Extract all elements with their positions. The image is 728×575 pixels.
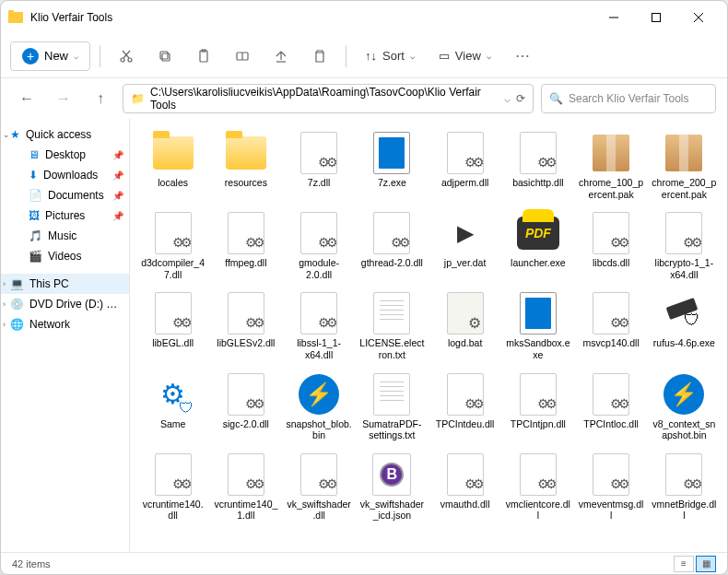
file-item[interactable]: Bvk_swiftshader_icd.json: [357, 448, 428, 526]
file-label: v8_context_snapshot.bin: [652, 418, 717, 441]
sidebar-item-dvd[interactable]: ›💿DVD Drive (D:) CCCC: [1, 294, 129, 314]
new-button[interactable]: + New ⌵: [10, 41, 90, 71]
titlebar[interactable]: Klio Verfair Tools: [1, 1, 727, 34]
file-label: launcher.exe: [511, 257, 566, 269]
file-item[interactable]: gthread-2.0.dll: [357, 206, 428, 285]
delete-button[interactable]: [303, 40, 336, 73]
file-item[interactable]: ⚙Same: [137, 368, 208, 446]
sidebar-item-downloads[interactable]: ⬇Downloads📌: [1, 165, 129, 185]
file-item[interactable]: PDFlauncher.exe: [502, 206, 573, 285]
file-item[interactable]: vmnetBridge.dll: [649, 448, 720, 526]
file-item[interactable]: msvcp140.dll: [576, 287, 647, 365]
file-icon: [587, 131, 635, 175]
chevron-down-icon[interactable]: ⌵: [504, 92, 511, 105]
file-label: locales: [158, 177, 188, 189]
search-icon: 🔍: [549, 92, 563, 105]
file-item[interactable]: basichttp.dll: [502, 126, 573, 205]
file-label: d3dcompiler_47.dll: [140, 257, 205, 280]
rename-button[interactable]: [226, 40, 259, 73]
file-item[interactable]: libssl-1_1-x64.dll: [284, 287, 355, 365]
back-button[interactable]: ←: [12, 84, 41, 113]
file-item[interactable]: rufus-4.6p.exe: [649, 287, 720, 365]
file-icon: [222, 452, 270, 497]
file-item[interactable]: 7z.exe: [357, 126, 428, 205]
file-item[interactable]: vcruntime140.dll: [137, 448, 208, 526]
svg-rect-1: [8, 10, 14, 13]
file-item[interactable]: libcds.dll: [576, 206, 647, 285]
file-icon: B: [368, 452, 416, 497]
path-input[interactable]: 📁 C:\Users\karolisliucveikis\AppData\Roa…: [123, 84, 534, 113]
file-icon: ▶: [441, 211, 489, 255]
cut-button[interactable]: [110, 40, 143, 73]
file-item[interactable]: ffmpeg.dll: [210, 206, 281, 285]
file-item[interactable]: chrome_200_percent.pak: [649, 126, 720, 205]
sidebar-item-videos[interactable]: 🎬Videos: [1, 246, 129, 266]
copy-button[interactable]: [148, 40, 182, 73]
share-button[interactable]: [264, 40, 298, 73]
sidebar-item-desktop[interactable]: 🖥Desktop📌: [1, 145, 129, 165]
file-item[interactable]: ⚡v8_context_snapshot.bin: [649, 368, 720, 446]
view-button[interactable]: ▭ View ⌵: [429, 43, 500, 68]
file-item[interactable]: libGLESv2.dll: [210, 287, 281, 365]
refresh-icon[interactable]: ⟳: [516, 92, 525, 105]
sidebar-item-quickaccess[interactable]: ⌄ ★ Quick access: [1, 124, 129, 145]
file-item[interactable]: locales: [137, 126, 208, 205]
file-item[interactable]: vcruntime140_1.dll: [210, 448, 281, 526]
svg-rect-12: [200, 51, 207, 62]
icons-view-toggle[interactable]: ▦: [696, 556, 716, 572]
file-item[interactable]: 7z.dll: [284, 126, 355, 205]
paste-button[interactable]: [187, 40, 220, 73]
more-button[interactable]: ⋯: [506, 40, 539, 73]
file-item[interactable]: vk_swiftshader.dll: [284, 448, 355, 526]
file-item[interactable]: d3dcompiler_47.dll: [137, 206, 208, 285]
file-icon: [587, 211, 635, 255]
sort-button[interactable]: ↑↓ Sort ⌵: [356, 43, 424, 68]
file-item[interactable]: logd.bat: [429, 287, 500, 365]
file-item[interactable]: TPCIntloc.dll: [576, 368, 647, 446]
file-item[interactable]: resources: [210, 126, 281, 205]
sidebar-item-thispc[interactable]: ›💻This PC: [1, 274, 129, 294]
file-label: sigc-2.0.dll: [223, 418, 269, 430]
search-input[interactable]: 🔍 Search Klio Verfair Tools: [541, 84, 716, 113]
file-item[interactable]: TPCIntdeu.dll: [429, 368, 500, 446]
file-item[interactable]: TPCIntjpn.dll: [502, 368, 573, 446]
file-item[interactable]: SumatraPDF-settings.txt: [357, 368, 428, 446]
file-item[interactable]: libEGL.dll: [137, 287, 208, 365]
minimize-button[interactable]: [593, 3, 635, 32]
file-item[interactable]: libcrypto-1_1-x64.dll: [649, 206, 720, 285]
sidebar-item-pictures[interactable]: 🖼Pictures📌: [1, 205, 129, 226]
file-item[interactable]: adjperm.dll: [429, 126, 500, 205]
file-icon: [441, 452, 489, 497]
file-item[interactable]: mksSandbox.exe: [502, 287, 573, 365]
documents-icon: 📄: [29, 189, 42, 202]
file-label: libcds.dll: [593, 257, 629, 269]
file-item[interactable]: gmodule-2.0.dll: [284, 206, 355, 285]
forward-button[interactable]: →: [49, 84, 78, 113]
label: This PC: [29, 277, 69, 290]
sidebar-item-network[interactable]: ›🌐Network: [1, 314, 129, 334]
addressbar: ← → ↑ 📁 C:\Users\karolisliucveikis\AppDa…: [1, 78, 727, 119]
file-item[interactable]: vmclientcore.dll: [502, 448, 573, 526]
file-item[interactable]: sigc-2.0.dll: [210, 368, 281, 446]
file-label: chrome_200_percent.pak: [652, 177, 717, 200]
file-item[interactable]: vmeventmsg.dll: [576, 448, 647, 526]
up-button[interactable]: ↑: [86, 84, 115, 113]
svg-line-8: [123, 51, 130, 58]
file-item[interactable]: ▶jp_ver.dat: [429, 206, 500, 285]
svg-line-9: [123, 51, 129, 58]
file-item[interactable]: ⚡snapshot_blob.bin: [284, 368, 355, 446]
app-icon: [8, 10, 23, 25]
close-button[interactable]: [677, 3, 720, 32]
file-label: chrome_100_percent.pak: [579, 177, 644, 200]
file-item[interactable]: LICENSE.electron.txt: [357, 287, 428, 365]
music-icon: 🎵: [29, 229, 42, 242]
file-icon: [149, 131, 197, 175]
maximize-button[interactable]: [635, 3, 677, 32]
sidebar-item-music[interactable]: 🎵Music: [1, 226, 129, 246]
file-grid[interactable]: localesresources7z.dll7z.exeadjperm.dllb…: [130, 119, 727, 552]
details-view-toggle[interactable]: ≡: [674, 556, 694, 572]
file-item[interactable]: chrome_100_percent.pak: [576, 126, 647, 205]
file-item[interactable]: vmauthd.dll: [429, 448, 500, 526]
sidebar-item-documents[interactable]: 📄Documents📌: [1, 185, 129, 205]
file-icon: [149, 452, 197, 497]
